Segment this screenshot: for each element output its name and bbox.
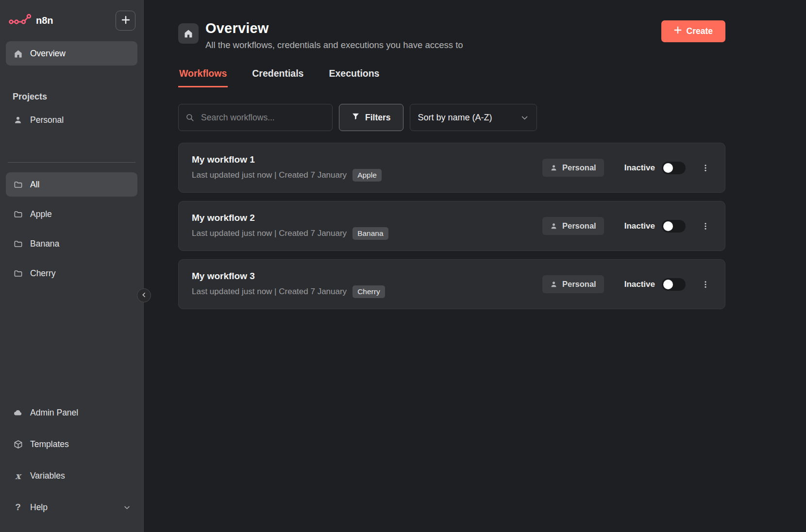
sidebar-item-overview[interactable]: Overview — [6, 41, 137, 66]
tab-credentials[interactable]: Credentials — [251, 66, 304, 87]
workflow-meta: Last updated just now | Created 7 Januar… — [192, 285, 385, 298]
workflow-card[interactable]: My workflow 2 Last updated just now | Cr… — [178, 201, 725, 251]
n8n-logo-text: n8n — [36, 15, 53, 26]
sidebar-item-all[interactable]: All — [6, 172, 137, 197]
sidebar-item-label: Banana — [30, 239, 59, 249]
sort-select-value: Sort by name (A-Z) — [418, 113, 492, 123]
workflow-name: My workflow 2 — [192, 213, 388, 223]
workflow-tag[interactable]: Apple — [353, 169, 382, 182]
workflow-list: My workflow 1 Last updated just now | Cr… — [178, 143, 725, 309]
owner-badge[interactable]: Personal — [542, 159, 604, 177]
toggle-knob — [663, 280, 673, 289]
filters-button[interactable]: Filters — [339, 104, 403, 131]
sidebar-item-personal[interactable]: Personal — [6, 108, 137, 132]
app-window: n8n Overview Projects Personal — [0, 0, 806, 532]
kebab-icon — [701, 280, 710, 289]
sidebar-item-apple[interactable]: Apple — [6, 202, 137, 226]
workflow-card[interactable]: My workflow 1 Last updated just now | Cr… — [178, 143, 725, 193]
page-title: Overview — [205, 20, 463, 36]
sidebar-item-label: Admin Panel — [30, 408, 78, 418]
tab-workflows[interactable]: Workflows — [178, 66, 228, 87]
more-options-button[interactable] — [699, 162, 712, 174]
package-icon — [13, 440, 23, 449]
sidebar-item-label: Help — [30, 502, 48, 513]
filters-button-label: Filters — [365, 113, 391, 123]
owner-badge-label: Personal — [562, 280, 596, 289]
sidebar-header: n8n — [6, 7, 137, 34]
workflow-meta: Last updated just now | Created 7 Januar… — [192, 169, 382, 182]
sidebar-item-label: Overview — [30, 49, 66, 59]
workflow-meta-text: Last updated just now | Created 7 Januar… — [192, 170, 347, 180]
search-box — [178, 104, 333, 131]
variables-icon: x — [13, 470, 23, 481]
chevron-down-icon — [123, 504, 131, 511]
sidebar-item-templates[interactable]: Templates — [6, 432, 137, 456]
sidebar-collapse-button[interactable] — [137, 288, 151, 302]
help-icon: ? — [13, 502, 23, 513]
add-button[interactable] — [116, 11, 135, 31]
user-icon — [550, 281, 557, 288]
workflow-tag[interactable]: Banana — [353, 227, 388, 240]
more-options-button[interactable] — [699, 220, 712, 233]
workflow-active-toggle[interactable] — [662, 278, 686, 291]
folder-icon — [13, 239, 23, 249]
home-icon — [184, 29, 193, 38]
search-icon — [185, 113, 194, 122]
home-icon — [13, 49, 23, 58]
owner-badge[interactable]: Personal — [542, 217, 604, 235]
status-label: Inactive — [624, 280, 655, 289]
workflow-active-toggle[interactable] — [662, 162, 686, 174]
workflow-name: My workflow 3 — [192, 271, 385, 282]
n8n-logo[interactable]: n8n — [9, 12, 53, 29]
main-content: Overview All the workflows, credentials … — [144, 0, 806, 532]
user-icon — [13, 116, 23, 124]
workflow-tag[interactable]: Cherry — [353, 285, 385, 298]
n8n-logo-icon — [9, 12, 31, 29]
kebab-icon — [701, 222, 710, 231]
workflow-meta-text: Last updated just now | Created 7 Januar… — [192, 229, 347, 238]
owner-badge[interactable]: Personal — [542, 275, 604, 293]
sidebar-item-label: Apple — [30, 209, 52, 219]
cloud-icon — [13, 408, 23, 417]
page-header: Overview All the workflows, credentials … — [178, 20, 725, 50]
workflow-card-info: My workflow 3 Last updated just now | Cr… — [192, 271, 385, 298]
create-button-label: Create — [687, 26, 713, 36]
workflow-card-info: My workflow 2 Last updated just now | Cr… — [192, 213, 388, 240]
workflow-card-controls: Personal Inactive — [542, 217, 712, 235]
filter-funnel-icon — [352, 112, 360, 123]
toggle-knob — [663, 221, 673, 231]
search-input[interactable] — [178, 104, 333, 131]
sidebar-item-admin-panel[interactable]: Admin Panel — [6, 400, 137, 425]
header-text: Overview All the workflows, credentials … — [205, 20, 463, 50]
sidebar-item-label: All — [30, 180, 39, 190]
status-label: Inactive — [624, 163, 655, 173]
sidebar-item-help[interactable]: ? Help — [6, 495, 137, 519]
sort-select[interactable]: Sort by name (A-Z) — [410, 104, 537, 131]
sidebar-item-variables[interactable]: x Variables — [6, 464, 137, 488]
tab-bar: Workflows Credentials Executions — [178, 66, 725, 87]
tab-executions[interactable]: Executions — [328, 66, 380, 87]
workflow-card[interactable]: My workflow 3 Last updated just now | Cr… — [178, 259, 725, 309]
sidebar-item-banana[interactable]: Banana — [6, 232, 137, 256]
status-label: Inactive — [624, 221, 655, 231]
workflow-card-info: My workflow 1 Last updated just now | Cr… — [192, 154, 382, 182]
workflow-active-toggle[interactable] — [662, 220, 686, 233]
folder-icon — [13, 180, 23, 189]
folder-icon — [13, 269, 23, 278]
chevron-down-icon — [521, 114, 529, 122]
kebab-icon — [701, 164, 710, 172]
more-options-button[interactable] — [699, 278, 712, 291]
toggle-knob — [663, 163, 673, 173]
sidebar-bottom: Admin Panel Templates x Variables ? Help — [6, 400, 137, 519]
user-icon — [550, 222, 557, 230]
sidebar-item-cherry[interactable]: Cherry — [6, 261, 137, 285]
create-button[interactable]: Create — [661, 20, 725, 42]
sidebar-item-label: Personal — [30, 115, 64, 125]
folder-list: All Apple Banana Cherry — [6, 172, 137, 285]
sidebar: n8n Overview Projects Personal — [0, 0, 144, 532]
workflow-card-controls: Personal Inactive — [542, 159, 712, 177]
user-icon — [550, 164, 557, 171]
plus-icon — [674, 26, 682, 36]
chevron-left-icon — [141, 292, 147, 299]
folder-icon — [13, 210, 23, 219]
